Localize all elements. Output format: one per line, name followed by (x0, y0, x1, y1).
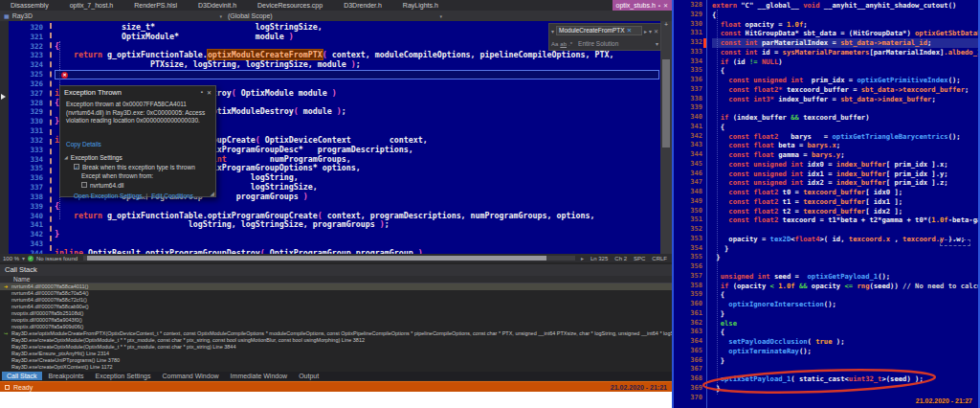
code-line[interactable]: if (opacity < 1.0f && opacity <= rng(see… (712, 282, 980, 291)
code-line[interactable] (712, 103, 980, 113)
line-number[interactable]: 334 (676, 57, 702, 67)
line-number[interactable]: 334 (9, 155, 43, 165)
tab-disassembly[interactable]: Disassembly (0, 0, 59, 11)
code-line[interactable]: logString, logStringSize, programGroups … (55, 220, 659, 230)
chevron-down-icon[interactable]: ▾ (649, 28, 652, 34)
open-exception-settings-link[interactable]: Open Exception Settings (74, 193, 143, 199)
line-number[interactable]: 347 (676, 178, 702, 188)
code-line[interactable]: setPayloadOcclusion( true ); (712, 337, 980, 347)
code-line[interactable] (712, 225, 980, 235)
whole-word-icon[interactable]: ab (560, 41, 567, 47)
line-number[interactable]: 330 (676, 20, 702, 30)
line-number[interactable]: 356 (676, 262, 702, 272)
line-number[interactable]: 329 (676, 11, 702, 20)
exception-settings-toggle[interactable]: ◢ Exception Settings (60, 150, 215, 161)
copy-details-link[interactable]: Copy Details (66, 141, 101, 147)
panel-tab-command-window[interactable]: Command Window (157, 372, 223, 380)
zoom-level[interactable]: 100 % (3, 256, 19, 261)
code-line[interactable] (712, 262, 980, 272)
chevron-down-icon[interactable]: ▾ (439, 13, 442, 19)
call-stack-frame[interactable]: ➜nvrtum64.dll!00007ffa58ca4011() (0, 283, 672, 290)
edit-conditions-link[interactable]: Edit Conditions (151, 193, 193, 199)
line-number[interactable]: 363 (676, 328, 702, 337)
right-editor-window[interactable]: 3283293303313323333343353363373383393403… (672, 0, 980, 408)
module-checkbox-row[interactable]: nvrtum64.dll (60, 179, 215, 189)
line-number[interactable]: 358 (676, 282, 702, 291)
left-gutter[interactable]: 3203213223233243253263273283293303313323… (9, 23, 43, 254)
pin-icon[interactable]: ▪ (201, 89, 203, 95)
code-line[interactable]: const float2* texcoord_buffer = sbt_data… (712, 85, 980, 95)
indicator-margin[interactable] (0, 21, 9, 254)
code-line[interactable]: const float gamma = barys.y; (712, 150, 980, 160)
find-scope[interactable]: Entire Solution (578, 40, 618, 47)
tab-d3ddevinit-h[interactable]: D3Ddevinit.h (188, 0, 247, 11)
line-number[interactable]: 322 (9, 42, 43, 52)
call-stack-column-header[interactable]: Name (0, 276, 672, 283)
line-number[interactable]: 344 (676, 150, 702, 160)
call-stack-frame[interactable]: nvrtum64.dll!00007ffa58cab90e() (0, 304, 672, 310)
code-line[interactable]: const float2 texcoord = t1*beta + t2*gam… (712, 215, 980, 225)
call-stack-frame[interactable]: Ray3D.exe!createOptiXContext() Line 1172 (0, 364, 672, 371)
line-number[interactable]: 359 (676, 290, 702, 300)
line-number[interactable]: 321 (9, 33, 43, 42)
line-number[interactable]: 338 (676, 95, 702, 104)
code-line[interactable]: { (712, 328, 980, 337)
chevron-down-icon[interactable]: ▾ (219, 13, 222, 19)
tab-optix-stubs[interactable]: optix_stubs.h ▪ ✕ (612, 0, 672, 11)
line-number[interactable]: 345 (676, 160, 702, 170)
vertical-scrollbar[interactable]: + (660, 21, 672, 254)
right-code[interactable]: extern "C" __global__ void __anyhit__any… (712, 1, 980, 402)
line-number[interactable]: 336 (9, 173, 43, 183)
line-number[interactable]: 361 (676, 309, 702, 319)
tab-raylights-h[interactable]: RayLights.h (392, 0, 449, 11)
line-number[interactable]: 335 (9, 164, 43, 173)
tab-d3drender-h[interactable]: D3Drender.h (333, 0, 392, 11)
line-number[interactable]: 335 (676, 66, 702, 76)
line-number[interactable]: 333 (9, 146, 43, 155)
line-number[interactable]: 352 (676, 225, 702, 235)
line-number[interactable]: 336 (676, 76, 702, 85)
chevron-down-icon[interactable]: ▾ (551, 28, 554, 34)
break-checkbox-row[interactable]: ✓ Break when this exception type is thro… (60, 161, 215, 170)
code-line[interactable]: const unsigned int idx1 = index_buffer[ … (712, 170, 980, 179)
line-number[interactable]: 350 (676, 207, 702, 216)
line-number[interactable]: 323 (9, 51, 43, 60)
line-number[interactable]: 339 (676, 103, 702, 113)
code-line[interactable]: } (712, 253, 980, 262)
code-line[interactable]: const float2 t1 = texcoord_buffer[ idx1 … (712, 197, 980, 207)
code-line[interactable]: const float2 barys = optixGetTriangleBar… (712, 132, 980, 142)
line-number[interactable]: 329 (9, 107, 43, 117)
code-line[interactable]: { (712, 11, 980, 20)
line-number[interactable]: 320 (9, 23, 43, 33)
scrollbar-thumb[interactable] (662, 59, 670, 147)
code-line[interactable]: float opacity = 1.0f; (712, 20, 980, 30)
horizontal-scrollbar[interactable] (83, 256, 575, 261)
code-line[interactable]: optixTerminateRay(); (712, 347, 980, 356)
tab-optix_7_host-h[interactable]: optix_7_host.h (59, 0, 124, 11)
panel-tab-output[interactable]: Output (294, 372, 323, 380)
line-number[interactable]: 362 (676, 319, 702, 329)
line-number[interactable]: 324 (9, 60, 43, 70)
code-line[interactable]: { (712, 123, 980, 132)
line-number[interactable]: 330 (9, 117, 43, 126)
chevron-down-icon[interactable]: ▾ (22, 255, 25, 261)
code-line[interactable]: const unsigned int idx2 = index_buffer[ … (712, 178, 980, 188)
line-number[interactable]: 354 (676, 244, 702, 254)
call-stack-frame[interactable]: ↪Ray3D.exe!optixModuleCreateFromPTX(Opti… (0, 330, 672, 337)
code-line[interactable]: const float beta = barys.x; (712, 141, 980, 150)
line-number[interactable]: 326 (9, 79, 43, 89)
line-number[interactable]: 328 (676, 1, 702, 11)
line-number[interactable]: 342 (9, 230, 43, 239)
code-line[interactable]: } (712, 356, 980, 366)
code-line[interactable]: unsigned int seed = optixGetPayload_1(); (712, 272, 980, 282)
line-number[interactable]: 357 (676, 272, 702, 282)
tab-renderps-hlsl[interactable]: RenderPS.hlsl (123, 0, 188, 11)
line-number[interactable]: 366 (676, 356, 702, 366)
code-line[interactable]: const int id = sysMaterialParameters[par… (712, 48, 980, 57)
code-line[interactable]: { (712, 66, 980, 76)
line-number[interactable]: 340 (676, 113, 702, 123)
call-stack-frame[interactable]: Ray3D.exe!createOptixModule(OptixModule_… (0, 344, 672, 351)
line-number[interactable]: 343 (9, 239, 43, 249)
line-number[interactable]: 333 (676, 48, 702, 57)
line-number[interactable]: 331 (9, 126, 43, 136)
